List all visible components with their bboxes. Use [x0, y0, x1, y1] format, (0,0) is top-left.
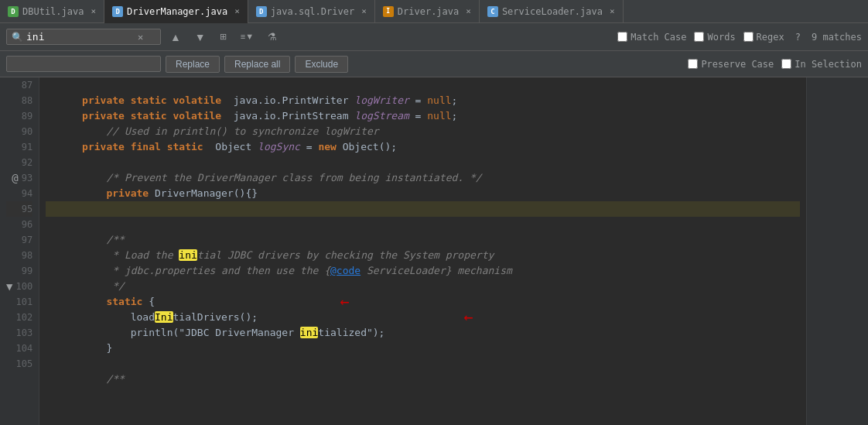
line-num-92: 92	[6, 155, 32, 170]
in-selection-checkbox[interactable]	[781, 59, 791, 69]
preserve-case-checkbox[interactable]	[688, 59, 698, 69]
code-line-92: /* Prevent the DriverManager class from …	[46, 155, 800, 170]
line-num-88: 88	[6, 93, 32, 108]
replace-bar: Replace Replace all Exclude Preserve Cas…	[0, 51, 868, 77]
match-case-label[interactable]: Match Case	[617, 32, 686, 43]
arrow-icon-102: ←	[463, 309, 473, 324]
line-numbers: 87 88 89 90 91 92 @ 93 94 95 96 97 98 99…	[0, 77, 39, 425]
words-label[interactable]: Words	[694, 32, 735, 43]
replace-all-button[interactable]: Replace all	[224, 56, 290, 73]
prev-match-button[interactable]: ▲	[166, 29, 186, 45]
tab-dbutil[interactable]: D DBUtil.java ×	[0, 0, 104, 23]
regex-text: Regex	[757, 32, 784, 43]
search-match-ini-102: ini	[300, 327, 318, 338]
words-checkbox[interactable]	[694, 32, 704, 42]
line-num-102: 102	[6, 310, 32, 325]
tab-sqldriver[interactable]: D java.sql.Driver ×	[248, 0, 375, 23]
tab-icon-dbutil: D	[8, 6, 19, 17]
minimap	[806, 77, 868, 425]
regex-checkbox[interactable]	[743, 32, 754, 42]
tab-icon-driverj: I	[383, 6, 394, 17]
code-area: 87 88 89 90 91 92 @ 93 94 95 96 97 98 99…	[0, 77, 868, 425]
tab-icon-serviceloader: C	[487, 6, 498, 17]
search-options: Match Case Words Regex ? 9 matches	[617, 32, 862, 43]
tab-close-sqldriver[interactable]: ×	[361, 6, 367, 16]
code-line-95	[46, 201, 800, 217]
in-selection-label[interactable]: In Selection	[781, 59, 862, 70]
tab-label-sqldriver: java.sql.Driver	[271, 6, 354, 17]
line-num-93: @ 93	[6, 170, 32, 186]
code-line-87: private static volatile java.io.PrintWri…	[46, 77, 800, 93]
code-line-105: /**	[46, 356, 800, 372]
replace-input[interactable]	[12, 58, 135, 70]
matches-count: 9 matches	[812, 32, 862, 43]
line-num-104: 104	[6, 341, 32, 356]
tab-close-serviceloader[interactable]: ×	[610, 6, 615, 16]
tab-drivermanager[interactable]: D DriverManager.java ×	[104, 0, 248, 23]
line-num-95: 95	[6, 201, 32, 217]
preserve-case-label[interactable]: Preserve Case	[688, 59, 774, 70]
search-icon: 🔍	[12, 32, 23, 43]
arrow-icon-101: ←	[340, 293, 349, 309]
code-line-100: static {	[46, 279, 800, 294]
line-num-87: 87	[6, 77, 32, 93]
tab-bar: D DBUtil.java × D DriverManager.java × D…	[0, 0, 868, 23]
search-match-ini-97: ini	[179, 249, 196, 261]
code-line-97: * Load the initial JDBC drivers by check…	[46, 232, 800, 248]
tab-icon-sqldriver: D	[256, 6, 267, 17]
search-bar: 🔍 ✕ ▲ ▼ ⊞ ≡▼ ⚗ Match Case Words Regex ? …	[0, 23, 868, 51]
exclude-button[interactable]: Exclude	[295, 56, 348, 73]
fold-icon[interactable]: ▼	[6, 279, 12, 294]
line-num-94: 94	[6, 186, 32, 201]
line-num-103: 103	[6, 325, 32, 341]
find-all-button[interactable]: ⊞	[215, 30, 231, 43]
search-input[interactable]	[26, 31, 135, 43]
tab-label-driverj: Driver.java	[398, 6, 459, 17]
match-case-checkbox[interactable]	[617, 32, 627, 42]
filter-button[interactable]: ⚗	[263, 29, 282, 44]
code-line-101: loadInitialDrivers(); ←	[46, 294, 800, 310]
tab-label-drivermanager: DriverManager.java	[127, 6, 227, 17]
line-num-98: 98	[6, 248, 32, 263]
tab-serviceloader[interactable]: C ServiceLoader.java ×	[480, 0, 624, 23]
breakpoint-icon: @	[12, 170, 18, 186]
line-num-89: 89	[6, 108, 32, 124]
line-num-105: 105	[6, 356, 32, 372]
replace-options: Preserve Case In Selection	[688, 59, 862, 70]
replace-button[interactable]: Replace	[166, 56, 220, 73]
code-line-104	[46, 341, 800, 356]
line-num-99: 99	[6, 263, 32, 279]
line-num-101: 101	[6, 294, 32, 310]
clear-search-icon[interactable]: ✕	[138, 32, 143, 43]
tab-label-serviceloader: ServiceLoader.java	[502, 6, 603, 17]
regex-label[interactable]: Regex	[743, 32, 784, 43]
find-options-button[interactable]: ≡▼	[236, 30, 258, 43]
tab-label-dbutil: DBUtil.java	[22, 6, 84, 17]
tab-driverj[interactable]: I Driver.java ×	[375, 0, 480, 23]
tab-icon-drivermanager: D	[112, 6, 123, 17]
tab-close-drivermanager[interactable]: ×	[234, 6, 240, 16]
code-line-96: /**	[46, 217, 800, 232]
next-match-button[interactable]: ▼	[190, 29, 210, 45]
search-input-wrap: 🔍 ✕	[6, 29, 161, 45]
code-content[interactable]: private static volatile java.io.PrintWri…	[39, 77, 806, 425]
replace-input-wrap	[6, 56, 161, 72]
tab-close-driverj[interactable]: ×	[466, 6, 471, 16]
line-num-91: 91	[6, 139, 32, 155]
help-button[interactable]: ?	[792, 32, 804, 43]
line-num-100: ▼ 100	[6, 279, 32, 294]
line-num-90: 90	[6, 124, 32, 139]
line-num-96: 96	[6, 217, 32, 232]
code-line-102: println("JDBC DriverManager initialized"…	[46, 310, 800, 325]
line-num-97: 97	[6, 232, 32, 248]
tab-close-dbutil[interactable]: ×	[91, 6, 96, 16]
